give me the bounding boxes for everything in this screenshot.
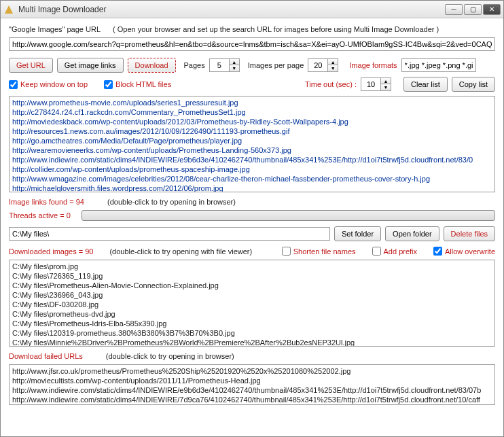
open-folder-button[interactable]: Open folder — [385, 226, 439, 241]
get-image-links-button[interactable]: Get image links — [57, 58, 124, 73]
per-page-label: Images per page — [248, 61, 304, 69]
chevron-up-icon[interactable]: ▲ — [328, 59, 338, 65]
per-page-spinner[interactable]: ▲▼ — [308, 58, 338, 72]
list-item[interactable]: C:\My files\120319-prometheus.380%3B380%… — [12, 328, 492, 338]
list-item[interactable]: http://go.amctheatres.com/Media/Default/… — [12, 136, 492, 145]
list-item[interactable]: C:\My files\DF-030208.jpg — [12, 300, 492, 309]
close-button[interactable]: ✕ — [483, 4, 501, 15]
formats-input[interactable] — [401, 58, 476, 72]
allow-overwrite-checkbox[interactable]: Allow overwrite — [433, 247, 495, 256]
list-item[interactable]: http://www.indiewire.com/static/dims4/IN… — [12, 155, 492, 164]
pages-label: Pages — [184, 61, 205, 69]
minimize-button[interactable]: ─ — [445, 4, 463, 15]
chevron-down-icon[interactable]: ▼ — [328, 65, 338, 71]
clear-list-button[interactable]: Clear list — [403, 77, 448, 92]
threads-row: Threads active = 0 — [9, 210, 495, 221]
list-item[interactable]: http://michaelgloversmith.files.wordpres… — [12, 183, 492, 192]
list-item[interactable]: http://www.indiewire.com/static/dims4/IN… — [12, 395, 492, 404]
pages-input[interactable] — [209, 58, 230, 72]
per-page-input[interactable] — [308, 58, 328, 72]
folder-row: Set folder Open folder Delete files — [9, 226, 495, 241]
window-controls: ─ ▢ ✕ — [445, 4, 501, 15]
threads-label: Threads active = 0 — [9, 211, 71, 220]
list-item[interactable]: http://moviedeskback.com/wp-content/uplo… — [12, 117, 492, 126]
delete-files-button[interactable]: Delete files — [444, 226, 495, 241]
folder-input[interactable] — [9, 227, 330, 241]
downloaded-hint: (double-click to try opening with file v… — [109, 247, 252, 256]
failed-header-row: Download failed URLs (double-click to tr… — [9, 352, 495, 360]
titlebar[interactable]: Multi Image Downloader ─ ▢ ✕ — [1, 1, 503, 18]
list-item[interactable]: C:\My files\prometheus-dvd.jpg — [12, 309, 492, 319]
chevron-up-icon[interactable]: ▲ — [230, 59, 239, 65]
url-hint: ( Open your browser and set up the searc… — [113, 25, 439, 33]
links-found-label: Image links found = 94 — [9, 198, 84, 206]
set-folder-button[interactable]: Set folder — [334, 226, 381, 241]
list-item[interactable]: http://www.indiewire.com/static/dims4/IN… — [12, 385, 492, 395]
toolbar-row: Get URL Get image links Download Pages ▲… — [9, 58, 495, 73]
keep-on-top-checkbox[interactable]: Keep window on top — [9, 80, 88, 89]
shorten-names-checkbox[interactable]: Shorten file names — [282, 247, 356, 256]
timeout-label: Time out (sec) : — [305, 80, 357, 88]
list-item[interactable]: http://www.wmagazine.com/images/celebrit… — [12, 174, 492, 183]
list-item[interactable]: C:\My files\Minnie%2BDriver%2BPrometheus… — [12, 338, 492, 347]
window-title: Multi Image Downloader — [18, 5, 445, 14]
list-item[interactable]: C:\My files\prom.jpg — [12, 262, 492, 271]
url-header-row: "Google Images" page URL ( Open your bro… — [9, 25, 495, 33]
block-html-checkbox[interactable]: Block HTML files — [104, 80, 171, 89]
copy-list-button[interactable]: Copy list — [452, 77, 495, 92]
app-icon — [3, 4, 14, 15]
links-hint: (double-click to try opening in browser) — [107, 198, 236, 206]
progress-bar — [82, 210, 495, 221]
chevron-down-icon[interactable]: ▼ — [381, 84, 391, 90]
url-label: "Google Images" page URL — [9, 25, 101, 33]
timeout-input[interactable] — [361, 77, 381, 91]
downloaded-list[interactable]: C:\My files\prom.jpgC:\My files\726365_1… — [9, 260, 495, 347]
list-item[interactable]: http://wearemovieneerks.com/wp-content/u… — [12, 145, 492, 155]
chevron-up-icon[interactable]: ▲ — [381, 78, 391, 84]
list-item[interactable]: C:\My files\Prometheus-Idris-Elba-585x39… — [12, 319, 492, 328]
image-links-list[interactable]: http://www.prometheus-movie.com/uploads/… — [9, 96, 495, 192]
list-item[interactable]: http://moviecultists.com/wp-content/uplo… — [12, 376, 492, 385]
url-input[interactable] — [9, 37, 495, 51]
maximize-button[interactable]: ▢ — [464, 4, 482, 15]
list-item[interactable]: http://resources1.news.com.au/images/201… — [12, 126, 492, 136]
downloaded-label: Downloaded images = 90 — [9, 247, 93, 256]
failed-list[interactable]: http://www.jfsr.co.uk/prometheus/Prometh… — [9, 364, 495, 405]
failed-hint: (double-click to try opening in browser) — [106, 352, 234, 360]
download-button[interactable]: Download — [128, 58, 176, 73]
chevron-down-icon[interactable]: ▼ — [230, 65, 239, 71]
downloaded-header-row: Downloaded images = 90 (double-click to … — [9, 247, 495, 256]
list-item[interactable]: http://c278424.r24.cf1.rackcdn.com/Comme… — [12, 107, 492, 117]
list-item[interactable]: http://www.prometheus-movie.com/uploads/… — [12, 98, 492, 107]
list-item[interactable]: C:\My files\Prometheus-Alien-Movie-Conne… — [12, 281, 492, 290]
options-row: Keep window on top Block HTML files Time… — [9, 77, 495, 92]
app-window: Multi Image Downloader ─ ▢ ✕ "Google Ima… — [0, 0, 504, 437]
list-item[interactable]: C:\My files\236966_043.jpg — [12, 290, 492, 300]
add-prefix-checkbox[interactable]: Add prefix — [372, 247, 418, 256]
links-found-row: Image links found = 94 (double-click to … — [9, 198, 495, 206]
content-area: "Google Images" page URL ( Open your bro… — [1, 18, 503, 436]
list-item[interactable]: http://www.jfsr.co.uk/prometheus/Prometh… — [12, 366, 492, 376]
list-item[interactable]: C:\My files\726365_119.jpg — [12, 271, 492, 281]
timeout-spinner[interactable]: ▲▼ — [361, 77, 391, 91]
pages-spinner[interactable]: ▲▼ — [209, 58, 240, 72]
get-url-button[interactable]: Get URL — [9, 58, 53, 73]
formats-label: Image formats — [349, 61, 397, 69]
list-item[interactable]: http://collider.com/wp-content/uploads/p… — [12, 164, 492, 174]
failed-label: Download failed URLs — [9, 352, 83, 360]
